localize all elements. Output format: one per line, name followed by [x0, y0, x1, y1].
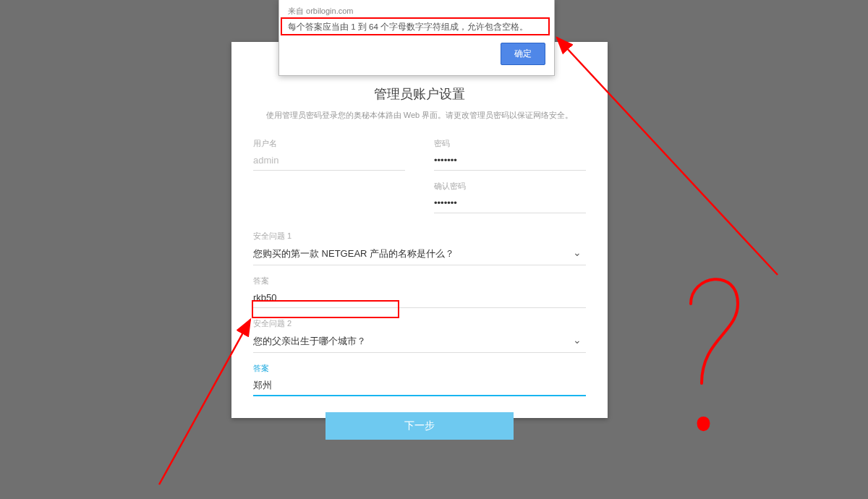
- card-title: 管理员账户设置: [253, 85, 586, 103]
- admin-setup-card: 管理员账户设置 使用管理员密码登录您的奥秘本体路由 Web 界面。请更改管理员密…: [231, 42, 608, 418]
- dialog-message: 每个答案应当由 1 到 64 个字母数字字符组成，允许包含空格。: [288, 21, 545, 33]
- username-label: 用户名: [253, 138, 405, 149]
- security-q1-select[interactable]: 您购买的第一款 NETGEAR 产品的名称是什么？: [253, 244, 586, 265]
- answer2-input[interactable]: [253, 377, 586, 396]
- next-button[interactable]: 下一步: [326, 412, 514, 440]
- security-q2-label: 安全问题 2: [253, 318, 586, 329]
- chevron-down-icon: ⌄: [573, 334, 582, 346]
- confirm-password-input[interactable]: [434, 195, 586, 213]
- chevron-down-icon: ⌄: [573, 247, 582, 258]
- password-label: 密码: [434, 138, 586, 149]
- answer2-label: 答案: [253, 363, 586, 374]
- dialog-ok-button[interactable]: 确定: [501, 43, 545, 65]
- card-description: 使用管理员密码登录您的奥秘本体路由 Web 界面。请更改管理员密码以保证网络安全…: [253, 110, 586, 121]
- alert-dialog: 来自 orbilogin.com 每个答案应当由 1 到 64 个字母数字字符组…: [278, 0, 555, 76]
- username-value: admin: [253, 152, 405, 171]
- confirm-password-label: 确认密码: [434, 181, 586, 192]
- security-q1-label: 安全问题 1: [253, 231, 586, 242]
- answer1-label: 答案: [253, 276, 586, 286]
- dialog-from-text: 来自 orbilogin.com: [288, 6, 545, 17]
- answer1-input[interactable]: [253, 289, 586, 308]
- security-q2-select[interactable]: 您的父亲出生于哪个城市？: [253, 332, 586, 353]
- password-input[interactable]: [434, 152, 586, 171]
